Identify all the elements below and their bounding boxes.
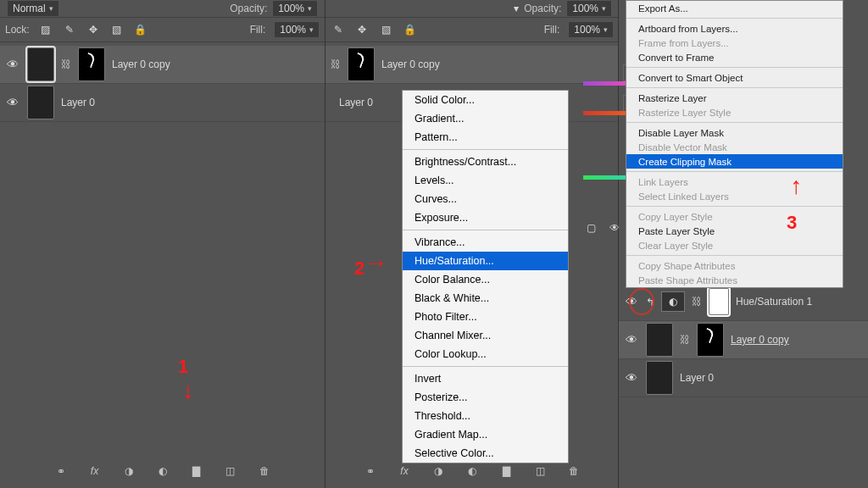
adjustment-menu-item[interactable]: Threshold...	[403, 407, 568, 425]
delete-layer-icon[interactable]: 🗑	[566, 463, 581, 479]
layer-row[interactable]: 👁 ⛓ Layer 0 copy	[0, 46, 325, 84]
context-menu-item: Link Layers	[626, 175, 843, 189]
adjustment-layer-icon[interactable]: ◐	[465, 463, 480, 479]
opacity-label: Opacity:	[230, 3, 267, 14]
lock-pixels-icon[interactable]: ✎	[331, 22, 346, 37]
layer-name[interactable]: Layer 0	[680, 372, 864, 384]
layer-name[interactable]: Layer 0	[61, 97, 320, 108]
visibility-toggle[interactable]: 👁	[5, 96, 20, 109]
adjustment-menu-item[interactable]: Hue/Saturation...	[403, 252, 568, 270]
context-menu-item[interactable]: Rasterize Layer	[626, 91, 843, 105]
context-menu-item[interactable]: Convert to Frame	[626, 50, 843, 64]
delete-layer-icon[interactable]: 🗑	[257, 463, 272, 479]
context-menu-item[interactable]: Create Clipping Mask	[626, 154, 843, 169]
adjustment-layer-icon[interactable]: ◐	[155, 463, 170, 479]
layer-mask-thumbnail[interactable]	[348, 47, 375, 81]
link-layers-icon[interactable]: ⚭	[53, 463, 69, 479]
new-group-icon[interactable]: ▇	[189, 463, 204, 479]
lock-artboard-icon[interactable]: ▧	[109, 22, 125, 37]
layers-list: 👁 ↳ ◐ ⛓ Hue/Saturation 1 👁 ⛓ Layer 0 cop…	[619, 280, 868, 401]
lock-transparency-icon[interactable]: ▨	[38, 22, 53, 37]
fill-value[interactable]: 100%▾	[568, 21, 614, 38]
layer-mask-thumbnail[interactable]	[697, 323, 724, 357]
layer-thumbnail[interactable]	[646, 323, 673, 357]
lock-position-icon[interactable]: ✥	[354, 22, 370, 37]
add-mask-icon[interactable]: ◑	[121, 463, 136, 479]
context-menu-item[interactable]: Export As...	[626, 1, 843, 15]
opacity-value[interactable]: 100%▾	[566, 0, 612, 17]
layer-row[interactable]: 👁 Layer 0	[619, 359, 868, 397]
context-menu-item[interactable]: Artboard from Layers...	[626, 21, 843, 36]
adjustment-menu-item[interactable]: Selective Color...	[403, 444, 568, 463]
new-layer-icon[interactable]: ◫	[532, 463, 548, 479]
adjustment-menu-item[interactable]: Channel Mixer...	[403, 326, 568, 345]
adjustment-layer-menu[interactable]: Solid Color...Gradient...Pattern...Brigh…	[402, 90, 569, 463]
new-layer-icon[interactable]: ◫	[223, 463, 238, 479]
layer-name[interactable]: Layer 0 copy	[381, 58, 614, 70]
visibility-toggle[interactable]: 👁	[624, 371, 639, 385]
adjustment-icon[interactable]: ◐	[661, 291, 685, 312]
layer-name[interactable]: Layer 0 copy	[112, 58, 320, 70]
link-layers-icon[interactable]: ⚭	[363, 463, 378, 479]
lock-all-icon[interactable]: 🔒	[402, 22, 417, 37]
context-menu-item[interactable]: Convert to Smart Object	[626, 70, 843, 85]
adjustment-menu-item[interactable]: Gradient...	[403, 109, 568, 128]
adjustment-menu-item[interactable]: Posterize...	[403, 388, 568, 407]
chevron-down-icon: ▾	[49, 4, 53, 13]
layer-name[interactable]: Layer 0 copy	[731, 334, 864, 346]
adjustment-menu-item[interactable]: Curves...	[403, 190, 568, 208]
layer-row[interactable]: ⛓ Layer 0 copy	[326, 46, 619, 84]
opacity-value[interactable]: 100%▾	[272, 0, 318, 17]
adjustment-menu-item[interactable]: Color Balance...	[403, 270, 568, 289]
context-menu-item: Frame from Layers...	[626, 36, 843, 50]
add-mask-icon[interactable]: ◑	[431, 463, 446, 479]
eye-icon[interactable]: 👁	[607, 220, 622, 236]
fill-label: Fill:	[250, 24, 266, 36]
context-menu-item[interactable]: Disable Layer Mask	[626, 125, 843, 140]
layer-thumbnail[interactable]	[27, 47, 54, 81]
layer-context-menu[interactable]: Export As...Artboard from Layers...Frame…	[626, 0, 843, 288]
annotation-circle	[629, 288, 654, 315]
layer-row[interactable]: 👁 Layer 0	[0, 84, 325, 122]
lock-position-icon[interactable]: ✥	[86, 22, 101, 37]
adjustment-menu-item[interactable]: Invert	[403, 369, 568, 388]
context-menu-item[interactable]: Paste Layer Style	[626, 224, 843, 238]
layer-thumbnail[interactable]	[27, 86, 54, 119]
layer-thumbnail[interactable]	[646, 361, 673, 395]
adjustment-menu-item[interactable]: Vibrance...	[403, 233, 568, 252]
adjustment-menu-item[interactable]: Brightness/Contrast...	[403, 152, 568, 171]
mask-link-icon[interactable]: ⛓	[61, 58, 71, 70]
lock-pixels-icon[interactable]: ✎	[62, 22, 77, 37]
adjustment-menu-item[interactable]: Solid Color...	[403, 91, 568, 109]
layer-mask-thumbnail[interactable]	[78, 47, 105, 81]
blend-opacity-row: ▾ Opacity: 100%▾	[326, 0, 619, 18]
layer-mask-thumbnail[interactable]	[709, 288, 729, 315]
mask-link-icon[interactable]: ⛓	[331, 58, 341, 70]
chevron-down-icon: ▾	[514, 3, 519, 14]
new-group-icon[interactable]: ▇	[498, 463, 514, 479]
adjustment-menu-item[interactable]: Levels...	[403, 171, 568, 190]
layer-row[interactable]: 👁 ⛓ Layer 0 copy	[619, 321, 868, 359]
square-icon[interactable]: ▢	[583, 220, 598, 236]
adjustment-menu-item[interactable]: Pattern...	[403, 128, 568, 147]
context-menu-item: Copy Layer Style	[626, 209, 843, 224]
adjustment-menu-item[interactable]: Color Lookup...	[403, 345, 568, 363]
layer-name[interactable]: Hue/Saturation 1	[736, 296, 864, 308]
fx-icon[interactable]: fx	[87, 463, 103, 479]
adjustment-menu-item[interactable]: Exposure...	[403, 208, 568, 227]
visibility-toggle[interactable]: 👁	[5, 58, 20, 71]
layer-row[interactable]: 👁 ↳ ◐ ⛓ Hue/Saturation 1	[619, 283, 868, 321]
fill-value[interactable]: 100%▾	[274, 21, 320, 38]
adjustment-menu-item[interactable]: Black & White...	[403, 289, 568, 308]
adjustment-menu-item[interactable]: Gradient Map...	[403, 425, 568, 444]
annotation-1-arrow: ↓	[182, 377, 194, 404]
mask-link-icon[interactable]: ⛓	[692, 296, 702, 308]
mask-link-icon[interactable]: ⛓	[680, 334, 690, 346]
lock-all-icon[interactable]: 🔒	[133, 22, 148, 37]
fx-icon[interactable]: fx	[397, 463, 412, 479]
blend-mode-select[interactable]: Normal▾	[7, 0, 59, 17]
adjustment-menu-item[interactable]: Photo Filter...	[403, 308, 568, 326]
chevron-down-icon: ▾	[309, 25, 314, 34]
lock-artboard-icon[interactable]: ▧	[378, 22, 393, 37]
visibility-toggle[interactable]: 👁	[624, 333, 639, 347]
